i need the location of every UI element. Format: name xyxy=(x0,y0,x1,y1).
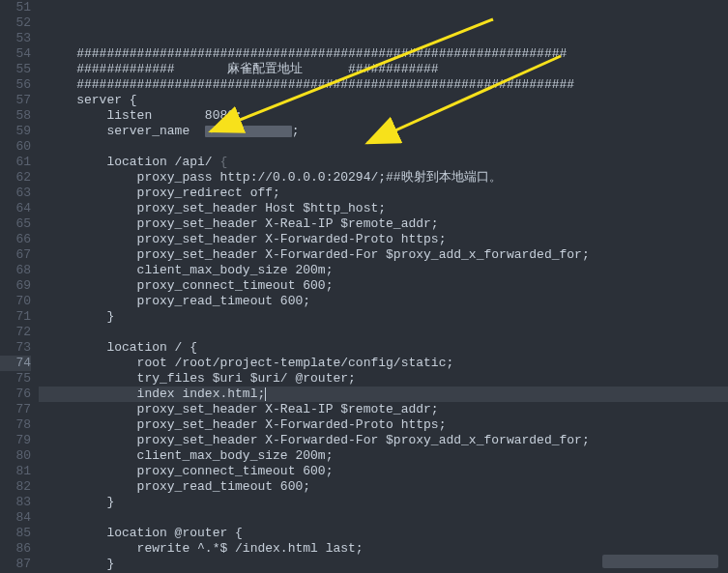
code-line[interactable]: proxy_pass http://0.0.0.0:20294/;##映射到本地… xyxy=(39,170,728,186)
code-line[interactable]: } xyxy=(39,309,728,325)
code-line[interactable] xyxy=(39,510,728,526)
line-number: 78 xyxy=(0,417,31,433)
line-number: 71 xyxy=(0,309,31,325)
line-number: 52 xyxy=(0,15,31,31)
redacted-server-name xyxy=(205,126,292,137)
line-number: 86 xyxy=(0,541,31,557)
code-line[interactable]: server_name ; xyxy=(39,124,728,139)
code-line[interactable]: index index.html; xyxy=(39,387,728,402)
line-number: 59 xyxy=(0,124,31,139)
line-number: 62 xyxy=(0,170,31,186)
code-line[interactable]: listen 8080; xyxy=(39,108,728,124)
code-line[interactable]: proxy_connect_timeout 600; xyxy=(39,278,728,294)
code-line[interactable]: proxy_set_header X-Forwarded-For $proxy_… xyxy=(39,247,728,263)
line-number: 58 xyxy=(0,108,31,124)
code-line[interactable]: client_max_body_size 200m; xyxy=(39,448,728,464)
line-number: 87 xyxy=(0,557,31,572)
code-line[interactable]: client_max_body_size 200m; xyxy=(39,263,728,278)
line-number: 84 xyxy=(0,510,31,526)
code-line[interactable]: ############# 麻雀配置地址 ############ xyxy=(39,62,728,77)
line-number: 77 xyxy=(0,402,31,417)
code-line[interactable] xyxy=(39,325,728,340)
code-content[interactable]: ########################################… xyxy=(39,0,728,573)
code-line[interactable]: proxy_set_header Host $http_host; xyxy=(39,201,728,216)
line-number: 63 xyxy=(0,186,31,201)
line-number: 53 xyxy=(0,31,31,46)
code-line[interactable]: try_files $uri $uri/ @router; xyxy=(39,371,728,387)
line-number: 64 xyxy=(0,201,31,216)
line-number: 56 xyxy=(0,77,31,93)
code-line[interactable]: proxy_read_timeout 600; xyxy=(39,479,728,495)
code-line[interactable]: ########################################… xyxy=(39,46,728,62)
code-line[interactable]: } xyxy=(39,495,728,510)
code-line[interactable]: root /root/project-template/config/stati… xyxy=(39,356,728,371)
line-number-gutter: 5152535455565758596061626364656667686970… xyxy=(0,0,39,573)
code-line[interactable]: proxy_set_header X-Real-IP $remote_addr; xyxy=(39,216,728,232)
code-line[interactable]: ########################################… xyxy=(39,77,728,93)
line-number: 67 xyxy=(0,247,31,263)
line-number: 72 xyxy=(0,325,31,340)
line-number: 54 xyxy=(0,46,31,62)
line-number: 55 xyxy=(0,62,31,77)
code-line[interactable]: server { xyxy=(39,93,728,108)
code-line[interactable]: proxy_set_header X-Forwarded-Proto https… xyxy=(39,417,728,433)
code-line[interactable] xyxy=(39,139,728,155)
line-number: 82 xyxy=(0,479,31,495)
line-number: 60 xyxy=(0,139,31,155)
line-number: 68 xyxy=(0,263,31,278)
bottom-watermark-smudge xyxy=(602,555,718,568)
line-number: 81 xyxy=(0,464,31,479)
line-number: 65 xyxy=(0,216,31,232)
code-line[interactable]: proxy_set_header X-Forwarded-For $proxy_… xyxy=(39,433,728,448)
line-number: 74 xyxy=(0,356,31,371)
line-number: 85 xyxy=(0,526,31,541)
code-line[interactable]: proxy_redirect off; xyxy=(39,186,728,201)
line-number: 76 xyxy=(0,387,31,402)
code-line[interactable]: proxy_read_timeout 600; xyxy=(39,294,728,309)
code-line[interactable]: location / { xyxy=(39,340,728,356)
code-line[interactable]: location /api/ { xyxy=(39,155,728,170)
line-number: 75 xyxy=(0,371,31,387)
line-number: 73 xyxy=(0,340,31,356)
code-line[interactable]: proxy_connect_timeout 600; xyxy=(39,464,728,479)
code-editor[interactable]: 5152535455565758596061626364656667686970… xyxy=(0,0,728,573)
line-number: 79 xyxy=(0,433,31,448)
code-line[interactable]: location @router { xyxy=(39,526,728,541)
line-number: 80 xyxy=(0,448,31,464)
code-line[interactable]: proxy_set_header X-Real-IP $remote_addr; xyxy=(39,402,728,417)
line-number: 66 xyxy=(0,232,31,247)
line-number: 83 xyxy=(0,495,31,510)
code-line[interactable]: proxy_set_header X-Forwarded-Proto https… xyxy=(39,232,728,247)
code-line[interactable] xyxy=(39,31,728,46)
line-number: 70 xyxy=(0,294,31,309)
line-number: 69 xyxy=(0,278,31,294)
line-number: 51 xyxy=(0,0,31,15)
line-number: 61 xyxy=(0,155,31,170)
text-cursor xyxy=(265,387,266,401)
line-number: 57 xyxy=(0,93,31,108)
